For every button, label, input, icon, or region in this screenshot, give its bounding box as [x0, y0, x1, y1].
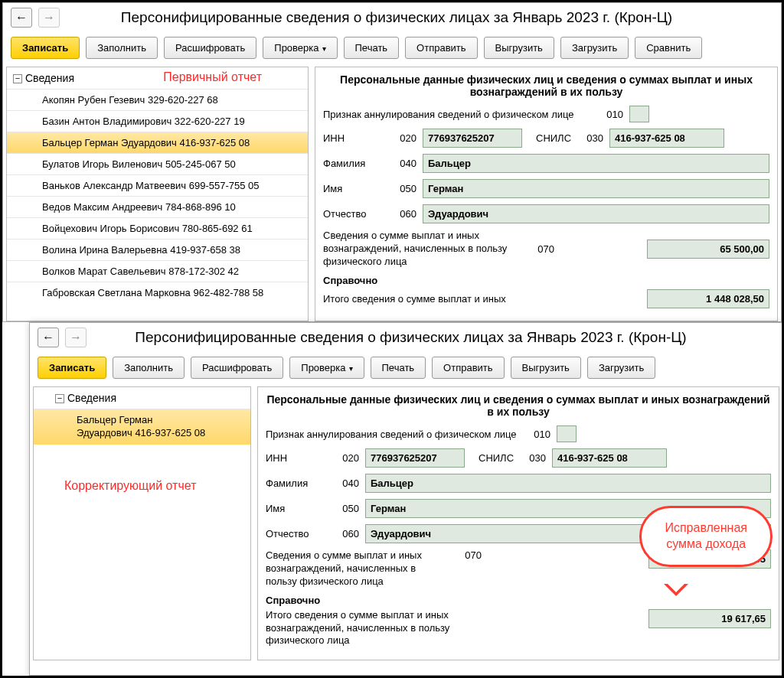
fill-button[interactable]: Заполнить — [113, 357, 185, 379]
total-label: Итого сведения о сумме выплат и иных воз… — [266, 609, 480, 648]
print-button[interactable]: Печать — [344, 37, 400, 59]
window-title: Персонифицированные сведения о физически… — [66, 9, 773, 26]
list-item[interactable]: Ведов Максим Андреевич 784-868-896 10 — [7, 196, 308, 217]
panel-title: Персональные данные физических лиц и све… — [266, 393, 771, 418]
snils-field[interactable]: 416-937-625 08 — [609, 129, 724, 148]
import-button[interactable]: Загрузить — [587, 357, 655, 379]
surname-field[interactable]: Бальцер — [423, 154, 769, 173]
code: 060 — [333, 528, 359, 539]
save-button[interactable]: Записать — [11, 37, 80, 59]
pay-info-label: Сведения о сумме выплат и иных вознаграж… — [323, 230, 522, 269]
name-label: Имя — [266, 503, 327, 514]
list-item[interactable]: Волков Марат Савельевич 878-172-302 42 — [7, 260, 308, 282]
send-button[interactable]: Отправить — [432, 357, 504, 379]
code: 040 — [390, 158, 416, 169]
nav-back-button[interactable]: ← — [11, 8, 32, 28]
list-item[interactable]: Базин Антон Владимирович 322-620-227 19 — [7, 110, 308, 132]
list-item[interactable]: Габровская Светлана Марковна 962-482-788… — [7, 282, 308, 303]
compare-button[interactable]: Сравнить — [635, 37, 702, 59]
surname-label: Фамилия — [266, 478, 327, 489]
tree-head[interactable]: −Сведения — [7, 67, 308, 89]
save-button[interactable]: Записать — [38, 357, 106, 379]
collapse-icon[interactable]: − — [13, 74, 22, 83]
tree-head[interactable]: −Сведения — [34, 387, 250, 409]
check-button[interactable]: Проверка▾ — [263, 37, 337, 59]
fill-button[interactable]: Заполнить — [86, 37, 158, 59]
cancel-sign-label: Признак аннулирования сведений о физичес… — [323, 109, 591, 120]
snils-label: СНИЛС — [479, 452, 514, 464]
code: 070 — [528, 243, 554, 255]
annotation-primary: Первичный отчет — [163, 70, 262, 84]
nav-forward-button[interactable]: → — [38, 8, 60, 28]
cancel-field[interactable] — [629, 106, 649, 122]
list-item[interactable]: Войцехович Игорь Борисович 780-865-692 6… — [7, 217, 308, 239]
total-label: Итого сведения о сумме выплат и иных — [323, 293, 537, 305]
code: 030 — [577, 132, 603, 144]
total-field: 1 448 028,50 — [647, 289, 769, 308]
callout-text: Исправленнаясумма дохода — [665, 521, 747, 550]
list-item-selected[interactable]: Бальцер ГерманЭдуардович 416-937-625 08 — [34, 409, 250, 445]
inn-label: ИНН — [266, 452, 327, 464]
callout-annotation: Исправленнаясумма дохода — [639, 506, 773, 567]
patronymic-label: Отчество — [266, 528, 327, 539]
decrypt-button[interactable]: Расшифровать — [191, 357, 283, 379]
code: 020 — [390, 132, 416, 144]
window-primary: ← → Персонифицированные сведения о физич… — [2, 2, 782, 322]
print-button[interactable]: Печать — [371, 357, 426, 379]
collapse-icon[interactable]: − — [55, 394, 64, 403]
list-item[interactable]: Волина Ирина Валерьевна 419-937-658 38 — [7, 239, 308, 260]
panel-title: Персональные данные физических лиц и све… — [323, 73, 769, 98]
cancel-field[interactable] — [557, 425, 577, 442]
window-correcting: ← → Персонифицированные сведения о физич… — [29, 322, 783, 676]
import-button[interactable]: Загрузить — [560, 37, 629, 59]
cancel-sign-label: Признак аннулирования сведений о физичес… — [266, 429, 518, 440]
inn-field[interactable]: 776937625207 — [365, 448, 465, 468]
annotation-correcting: Корректирующий отчет — [64, 479, 196, 493]
caret-down-icon: ▾ — [349, 364, 353, 373]
code: 050 — [333, 503, 359, 514]
surname-field[interactable]: Бальцер — [365, 474, 771, 493]
total-field: 19 617,65 — [648, 609, 771, 628]
window-title: Персонифицированные сведения о физически… — [93, 329, 775, 346]
nav-back-button[interactable]: ← — [38, 328, 59, 347]
reference-header: Справочно — [323, 275, 769, 286]
code: 040 — [333, 478, 359, 489]
inn-label: ИНН — [323, 132, 384, 144]
snils-label: СНИЛС — [536, 132, 571, 144]
reference-header: Справочно — [266, 595, 771, 606]
code: 020 — [333, 452, 359, 464]
code: 010 — [597, 109, 623, 120]
snils-field[interactable]: 416-937-625 08 — [552, 448, 667, 468]
name-label: Имя — [323, 183, 384, 194]
patronymic-label: Отчество — [323, 208, 384, 220]
check-button[interactable]: Проверка▾ — [289, 357, 364, 379]
inn-field[interactable]: 776937625207 — [423, 129, 522, 148]
people-list-panel: −Сведения Бальцер ГерманЭдуардович 416-9… — [33, 386, 251, 660]
code: 060 — [390, 208, 416, 220]
code: 070 — [456, 549, 482, 561]
detail-panel: Персональные данные физических лиц и све… — [315, 67, 778, 321]
list-item[interactable]: Акопян Рубен Гезевич 329-620-227 68 — [7, 89, 308, 110]
code: 010 — [524, 429, 550, 440]
export-button[interactable]: Выгрузить — [511, 357, 581, 379]
decrypt-button[interactable]: Расшифровать — [164, 37, 256, 59]
list-item-selected[interactable]: Бальцер Герман Эдуардович 416-937-625 08 — [7, 132, 308, 153]
pay-field[interactable]: 65 500,00 — [647, 240, 769, 259]
nav-forward-button[interactable]: → — [65, 328, 87, 347]
caret-down-icon: ▾ — [322, 44, 326, 53]
code: 030 — [520, 452, 546, 464]
patronymic-field[interactable]: Эдуардович — [423, 204, 769, 223]
list-item[interactable]: Ваньков Александр Матвеевич 699-557-755 … — [7, 174, 308, 196]
pay-info-label: Сведения о сумме выплат и иных вознаграж… — [266, 549, 449, 588]
people-list-panel: −Сведения Первичный отчет Акопян Рубен Г… — [6, 67, 309, 321]
code: 050 — [390, 183, 416, 194]
name-field[interactable]: Герман — [423, 179, 769, 198]
surname-label: Фамилия — [323, 158, 384, 169]
list-item[interactable]: Булатов Игорь Виленович 505-245-067 50 — [7, 153, 308, 174]
export-button[interactable]: Выгрузить — [484, 37, 554, 59]
send-button[interactable]: Отправить — [405, 37, 477, 59]
